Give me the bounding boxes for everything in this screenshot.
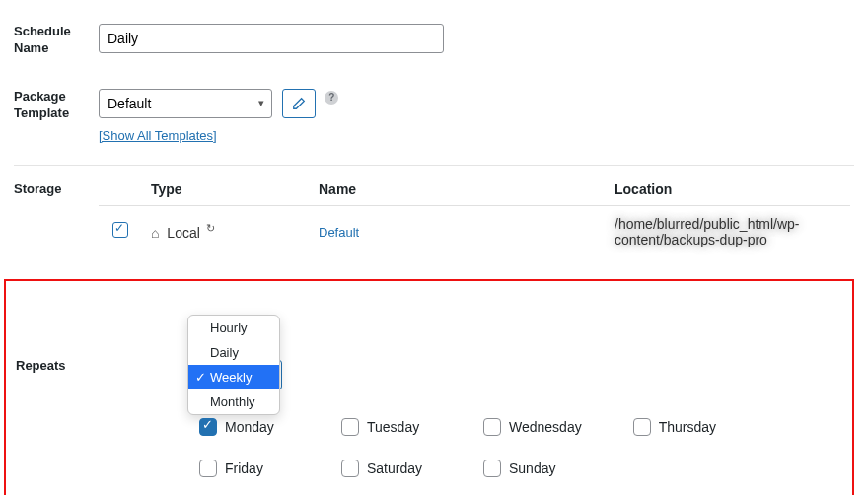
package-template-select[interactable]: Default: [99, 89, 272, 118]
schedule-name-input[interactable]: [99, 24, 444, 53]
storage-table: Type Name Location ⌂ Local ↻ Default /ho…: [99, 174, 850, 257]
day-monday[interactable]: Monday: [195, 415, 290, 439]
repeats-option-weekly[interactable]: Weekly: [188, 365, 279, 389]
show-all-templates-link[interactable]: [Show All Templates]: [99, 128, 217, 143]
day-tuesday-checkbox[interactable]: [341, 418, 359, 436]
storage-label: Storage: [14, 174, 99, 279]
day-wednesday-checkbox[interactable]: [483, 418, 501, 436]
repeats-label: Repeats: [16, 299, 101, 480]
repeats-option-daily[interactable]: Daily: [188, 340, 279, 365]
storage-header-location: Location: [605, 174, 850, 206]
edit-template-button[interactable]: [282, 89, 316, 118]
day-sunday-checkbox[interactable]: [483, 460, 501, 477]
refresh-icon: ↻: [206, 222, 215, 234]
day-friday-checkbox[interactable]: [199, 460, 217, 477]
storage-type: Local: [167, 225, 199, 241]
storage-header-type: Type: [141, 174, 309, 206]
repeats-option-hourly[interactable]: Hourly: [188, 316, 279, 340]
day-saturday[interactable]: Saturday: [337, 457, 432, 480]
repeats-section: Repeats Hourly Daily Weekly Monthly Mond…: [4, 279, 854, 495]
schedule-name-label: Schedule Name: [14, 14, 99, 79]
storage-header-name: Name: [309, 174, 605, 206]
drive-icon: ⌂: [151, 225, 159, 241]
storage-name-link[interactable]: Default: [319, 225, 359, 240]
storage-row-checkbox[interactable]: [112, 222, 128, 238]
pencil-icon: [292, 97, 306, 110]
day-wednesday[interactable]: Wednesday: [479, 415, 582, 439]
day-friday[interactable]: Friday: [195, 457, 290, 480]
package-template-label: Package Template: [14, 79, 99, 165]
day-tuesday[interactable]: Tuesday: [337, 415, 432, 439]
day-monday-checkbox[interactable]: [199, 418, 217, 436]
day-thursday-checkbox[interactable]: [633, 418, 651, 436]
day-sunday[interactable]: Sunday: [479, 457, 574, 480]
table-row: ⌂ Local ↻ Default /home/blurred/public_h…: [99, 205, 850, 257]
repeats-option-monthly[interactable]: Monthly: [188, 389, 279, 414]
help-icon[interactable]: ?: [325, 91, 338, 105]
day-thursday[interactable]: Thursday: [629, 415, 724, 439]
repeats-dropdown[interactable]: Hourly Daily Weekly Monthly: [187, 315, 280, 415]
day-saturday-checkbox[interactable]: [341, 460, 359, 477]
storage-location: /home/blurred/public_html/wp-content/bac…: [605, 205, 850, 257]
